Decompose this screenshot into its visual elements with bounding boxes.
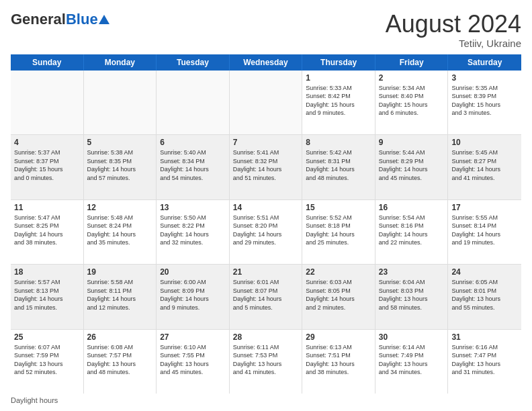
header-cell-sunday: Sunday — [11, 54, 84, 71]
day-info: Sunrise: 6:01 AM Sunset: 8:07 PM Dayligh… — [233, 278, 299, 312]
header-cell-saturday: Saturday — [448, 54, 521, 71]
header: GeneralBlue August 2024 Tetiiv, Ukraine — [11, 11, 521, 49]
cal-cell: 29Sunrise: 6:13 AM Sunset: 7:51 PM Dayli… — [302, 330, 375, 394]
location: Tetiiv, Ukraine — [386, 38, 521, 49]
day-info: Sunrise: 5:52 AM Sunset: 8:18 PM Dayligh… — [306, 214, 371, 247]
cal-cell: 19Sunrise: 5:58 AM Sunset: 8:11 PM Dayli… — [84, 265, 157, 328]
day-info: Sunrise: 5:55 AM Sunset: 8:14 PM Dayligh… — [451, 214, 518, 247]
day-info: Sunrise: 5:41 AM Sunset: 8:32 PM Dayligh… — [233, 148, 299, 182]
cal-cell: 20Sunrise: 6:00 AM Sunset: 8:09 PM Dayli… — [157, 265, 230, 328]
day-info: Sunrise: 6:14 AM Sunset: 7:49 PM Dayligh… — [379, 343, 445, 377]
cal-cell: 10Sunrise: 5:45 AM Sunset: 8:27 PM Dayli… — [448, 135, 521, 199]
cal-cell: 16Sunrise: 5:54 AM Sunset: 8:16 PM Dayli… — [375, 200, 449, 264]
header-cell-thursday: Thursday — [302, 54, 375, 71]
cal-cell: 21Sunrise: 6:01 AM Sunset: 8:07 PM Dayli… — [230, 265, 303, 328]
cal-cell: 15Sunrise: 5:52 AM Sunset: 8:18 PM Dayli… — [302, 200, 375, 264]
day-number: 29 — [306, 332, 371, 342]
cal-cell — [230, 71, 303, 134]
day-info: Sunrise: 5:34 AM Sunset: 8:40 PM Dayligh… — [379, 84, 445, 118]
week-row-2: 4Sunrise: 5:37 AM Sunset: 8:37 PM Daylig… — [11, 135, 521, 199]
logo-icon — [98, 13, 110, 26]
cal-cell: 6Sunrise: 5:40 AM Sunset: 8:34 PM Daylig… — [157, 135, 230, 199]
day-number: 16 — [379, 203, 445, 212]
svg-marker-0 — [99, 15, 109, 24]
day-info: Sunrise: 5:38 AM Sunset: 8:35 PM Dayligh… — [87, 148, 153, 182]
header-cell-friday: Friday — [375, 54, 449, 71]
header-cell-tuesday: Tuesday — [157, 54, 230, 71]
header-cell-wednesday: Wednesday — [230, 54, 303, 71]
day-info: Sunrise: 5:40 AM Sunset: 8:34 PM Dayligh… — [160, 148, 226, 182]
day-number: 13 — [160, 203, 226, 212]
logo-text: GeneralBlue — [11, 11, 110, 28]
week-row-1: 1Sunrise: 5:33 AM Sunset: 8:42 PM Daylig… — [11, 71, 521, 135]
day-info: Sunrise: 6:00 AM Sunset: 8:09 PM Dayligh… — [160, 278, 226, 312]
day-number: 17 — [451, 203, 518, 212]
cal-cell: 26Sunrise: 6:08 AM Sunset: 7:57 PM Dayli… — [84, 330, 157, 394]
day-number: 18 — [14, 267, 80, 277]
page: GeneralBlue August 2024 Tetiiv, Ukraine … — [0, 0, 532, 411]
cal-cell: 30Sunrise: 6:14 AM Sunset: 7:49 PM Dayli… — [375, 330, 449, 394]
day-number: 2 — [379, 73, 445, 83]
cal-cell: 2Sunrise: 5:34 AM Sunset: 8:40 PM Daylig… — [375, 71, 449, 134]
day-info: Sunrise: 5:54 AM Sunset: 8:16 PM Dayligh… — [379, 214, 445, 247]
day-info: Sunrise: 5:35 AM Sunset: 8:39 PM Dayligh… — [451, 84, 518, 118]
cal-cell: 9Sunrise: 5:44 AM Sunset: 8:29 PM Daylig… — [375, 135, 449, 199]
cal-cell: 14Sunrise: 5:51 AM Sunset: 8:20 PM Dayli… — [230, 200, 303, 264]
cal-cell: 27Sunrise: 6:10 AM Sunset: 7:55 PM Dayli… — [157, 330, 230, 394]
day-number: 26 — [87, 332, 153, 342]
day-number: 30 — [379, 332, 445, 342]
calendar-header: SundayMondayTuesdayWednesdayThursdayFrid… — [11, 54, 521, 71]
day-number: 21 — [233, 267, 299, 277]
cal-cell: 4Sunrise: 5:37 AM Sunset: 8:37 PM Daylig… — [11, 135, 84, 199]
day-number: 19 — [87, 267, 153, 277]
logo: GeneralBlue — [11, 11, 110, 28]
cal-cell: 1Sunrise: 5:33 AM Sunset: 8:42 PM Daylig… — [302, 71, 375, 134]
day-info: Sunrise: 5:51 AM Sunset: 8:20 PM Dayligh… — [233, 214, 299, 247]
logo-blue: Blue — [66, 11, 98, 28]
day-info: Sunrise: 6:16 AM Sunset: 7:47 PM Dayligh… — [451, 343, 518, 377]
cal-cell: 23Sunrise: 6:04 AM Sunset: 8:03 PM Dayli… — [375, 265, 449, 328]
day-info: Sunrise: 5:44 AM Sunset: 8:29 PM Dayligh… — [379, 148, 445, 182]
day-number: 22 — [306, 267, 371, 277]
title-area: August 2024 Tetiiv, Ukraine — [386, 11, 521, 49]
day-number: 4 — [14, 138, 80, 147]
day-number: 10 — [451, 138, 518, 147]
cal-cell: 8Sunrise: 5:42 AM Sunset: 8:31 PM Daylig… — [302, 135, 375, 199]
month-year: August 2024 — [386, 11, 521, 38]
cal-cell: 25Sunrise: 6:07 AM Sunset: 7:59 PM Dayli… — [11, 330, 84, 394]
cal-cell: 28Sunrise: 6:11 AM Sunset: 7:53 PM Dayli… — [230, 330, 303, 394]
cal-cell: 12Sunrise: 5:48 AM Sunset: 8:24 PM Dayli… — [84, 200, 157, 264]
day-info: Sunrise: 6:05 AM Sunset: 8:01 PM Dayligh… — [451, 278, 518, 312]
cal-cell: 3Sunrise: 5:35 AM Sunset: 8:39 PM Daylig… — [448, 71, 521, 134]
day-number: 9 — [379, 138, 445, 147]
day-number: 5 — [87, 138, 153, 147]
cal-cell — [84, 71, 157, 134]
day-info: Sunrise: 6:08 AM Sunset: 7:57 PM Dayligh… — [87, 343, 153, 377]
day-info: Sunrise: 5:42 AM Sunset: 8:31 PM Dayligh… — [306, 148, 371, 182]
day-number: 12 — [87, 203, 153, 212]
cal-cell: 17Sunrise: 5:55 AM Sunset: 8:14 PM Dayli… — [448, 200, 521, 264]
day-info: Sunrise: 5:47 AM Sunset: 8:25 PM Dayligh… — [14, 214, 80, 247]
day-info: Sunrise: 5:48 AM Sunset: 8:24 PM Dayligh… — [87, 214, 153, 247]
cal-cell: 11Sunrise: 5:47 AM Sunset: 8:25 PM Dayli… — [11, 200, 84, 264]
day-info: Sunrise: 6:11 AM Sunset: 7:53 PM Dayligh… — [233, 343, 299, 377]
week-row-3: 11Sunrise: 5:47 AM Sunset: 8:25 PM Dayli… — [11, 200, 521, 265]
cal-cell: 24Sunrise: 6:05 AM Sunset: 8:01 PM Dayli… — [448, 265, 521, 328]
cal-cell — [157, 71, 230, 134]
day-number: 27 — [160, 332, 226, 342]
day-number: 24 — [451, 267, 518, 277]
day-number: 23 — [379, 267, 445, 277]
cal-cell: 7Sunrise: 5:41 AM Sunset: 8:32 PM Daylig… — [230, 135, 303, 199]
cal-cell: 13Sunrise: 5:50 AM Sunset: 8:22 PM Dayli… — [157, 200, 230, 264]
calendar: SundayMondayTuesdayWednesdayThursdayFrid… — [11, 54, 521, 394]
day-info: Sunrise: 6:10 AM Sunset: 7:55 PM Dayligh… — [160, 343, 226, 377]
day-number: 7 — [233, 138, 299, 147]
day-info: Sunrise: 5:57 AM Sunset: 8:13 PM Dayligh… — [14, 278, 80, 312]
day-number: 25 — [14, 332, 80, 342]
day-number: 28 — [233, 332, 299, 342]
cal-cell: 18Sunrise: 5:57 AM Sunset: 8:13 PM Dayli… — [11, 265, 84, 328]
day-info: Sunrise: 5:33 AM Sunset: 8:42 PM Dayligh… — [306, 84, 371, 118]
day-info: Sunrise: 6:03 AM Sunset: 8:05 PM Dayligh… — [306, 278, 371, 312]
header-cell-monday: Monday — [84, 54, 157, 71]
day-number: 8 — [306, 138, 371, 147]
